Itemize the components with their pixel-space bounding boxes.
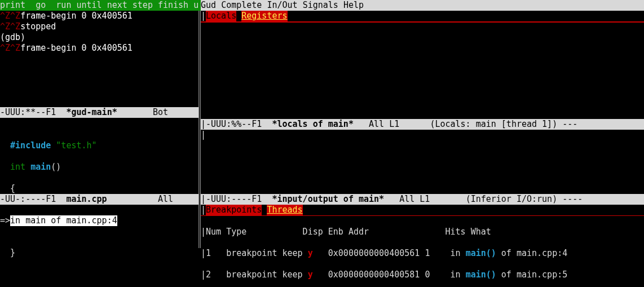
menu-next[interactable]: next [107,0,127,10]
menu-inout[interactable]: In/Out [267,0,297,10]
src-line: int main() [0,162,199,173]
locals-tabs: |Locals Registers [201,11,644,21]
menu-run[interactable]: run [56,0,71,10]
src-line: { [0,183,199,194]
modeline-io: |-UUU:----F1 *input/output of main* All … [201,194,644,205]
tab-registers[interactable]: Registers [241,11,287,21]
menu-help[interactable]: Help [343,0,364,10]
locals-pane[interactable] [201,22,644,119]
modeline-locals: |-UUU:%%--F1 *locals of main* All L1 (Lo… [201,119,644,130]
menubar: print go run until next step finish up d… [0,0,644,11]
bp-row[interactable]: |1 breakpoint keep y 0x0000000000400561 … [201,248,644,259]
gdb-line: ^Z^Zstopped [0,21,199,32]
menu-finish[interactable]: finish [158,0,188,10]
stack-frame[interactable]: =>in main of main.cpp:4 [0,215,199,226]
modeline-gud: -UUU:**--F1 *gud-main* Bot [0,107,199,118]
breakpoints-pane[interactable]: |Num Type Disp Enb Addr Hits What |1 bre… [201,216,644,248]
bp-row[interactable]: |2 breakpoint keep y 0x0000000000400581 … [201,270,644,280]
source-pane[interactable]: #include "test.h" int main() { B => prin… [0,130,199,194]
bp-header: |Num Type Disp Enb Addr Hits What [201,227,644,237]
gdb-line: ^Z^Zframe-begin 0 0x400561 [0,11,199,21]
menu-until[interactable]: until [76,0,102,10]
menubar-gdb-toolbar: print go run until next step finish up d… [0,0,199,11]
menu-go[interactable]: go [36,0,46,10]
menubar-main: Gud Complete In/Out Signals Help [201,0,644,11]
menu-complete[interactable]: Complete [221,0,262,10]
modeline-source: -UU-:----F1 main.cpp All [0,194,199,205]
current-frame-arrow-icon: => [0,215,10,226]
tab-threads[interactable]: Threads [267,205,302,215]
gdb-prompt[interactable]: (gdb) [0,32,199,43]
io-pane[interactable]: | [201,130,644,194]
tab-breakpoints[interactable]: Breakpoints [206,205,262,215]
gdb-console[interactable]: ^Z^Zframe-begin 0 0x400561 ^Z^Zstopped (… [0,11,199,107]
menu-gud[interactable]: Gud [201,0,216,10]
breakpoints-tabs: |Breakpoints Threads [201,205,644,215]
menu-print[interactable]: print [0,0,25,10]
src-line: } [0,248,199,258]
tab-locals[interactable]: Locals [206,11,236,21]
stack-pane[interactable]: =>in main of main.cpp:4 [0,205,199,248]
gdb-line: ^Z^Zframe-begin 0 0x400561 [0,43,199,54]
menu-step[interactable]: step [133,0,153,10]
src-line: #include "test.h" [0,140,199,151]
menu-signals[interactable]: Signals [303,0,338,10]
